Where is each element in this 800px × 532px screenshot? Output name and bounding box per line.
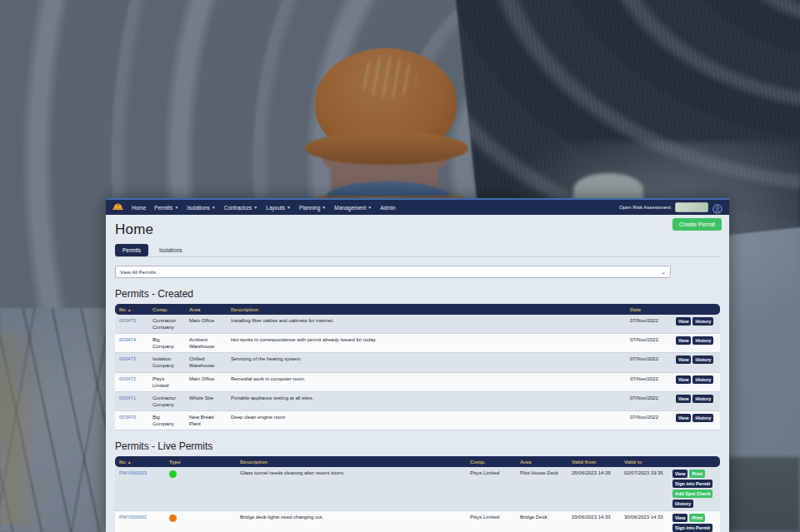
permit-area-cell: New Bread Plant: [185, 411, 227, 430]
chevron-down-icon: ▼: [322, 206, 326, 210]
history-button[interactable]: History: [692, 336, 713, 345]
nav-item-admin[interactable]: Admin: [380, 205, 395, 211]
status-dot-icon: [169, 470, 177, 478]
chevron-down-icon: ⌄: [661, 269, 666, 276]
permit-date-cell: 07/Nov/2022: [626, 353, 672, 365]
permit-actions-cell: ViewHistory: [672, 353, 720, 366]
nav-menu: Home Permits▼ Isolations▼ Contractors▼ L…: [112, 200, 396, 215]
permit-actions-cell: ViewHistory: [672, 373, 720, 386]
permit-number-link[interactable]: 003475: [119, 318, 136, 323]
view-button[interactable]: View: [676, 414, 691, 422]
create-permit-button[interactable]: Create Permit: [672, 218, 722, 231]
status-dot-icon: [169, 515, 177, 522]
permit-number-link[interactable]: 003471: [119, 395, 136, 400]
permit-number-link[interactable]: 003474: [119, 337, 136, 342]
view-filter-value: View All Permits: [120, 270, 156, 275]
permit-area-cell: Ambient Warehouse: [185, 334, 227, 352]
column-header-valid-from[interactable]: Valid from: [568, 460, 620, 465]
sort-asc-icon: ▲: [128, 307, 132, 312]
tab-permits[interactable]: Permits: [115, 244, 148, 256]
created-permit-row: 003471Contractor CompanyWhole SitePortab…: [115, 392, 720, 411]
permit-number-link[interactable]: 003472: [119, 376, 136, 381]
permit-type-cell: [165, 467, 236, 482]
nav-search-input[interactable]: [675, 202, 708, 212]
history-button[interactable]: History: [692, 375, 713, 384]
nav-item-permits[interactable]: Permits▼: [154, 205, 178, 211]
nav-item-home[interactable]: Home: [132, 205, 146, 211]
permit-description-cell: Remedial work in computer room.: [227, 373, 626, 385]
sign-into-permit-button[interactable]: Sign into Permit: [672, 524, 712, 532]
column-header-comp[interactable]: Comp.: [466, 460, 516, 465]
permit-area-cell: Main Office: [185, 315, 227, 326]
permit-number-link[interactable]: PMY000003: [119, 470, 147, 475]
view-button[interactable]: View: [676, 317, 691, 326]
user-account-icon[interactable]: [712, 202, 722, 212]
permit-date-cell: 07/Nov/2022: [626, 315, 672, 326]
created-permits-table-body: 003475Contractor CompanyMain OfficeInsta…: [115, 315, 720, 430]
column-header-valid-to[interactable]: Valid to: [620, 460, 668, 465]
page-content: Home Permits Isolations View All Permits…: [106, 215, 729, 532]
permit-actions-cell: ViewHistory: [672, 334, 720, 347]
permit-no-cell: 003472: [115, 373, 148, 385]
column-header-description[interactable]: Description: [236, 460, 466, 465]
nav-item-contractors[interactable]: Contractors▼: [224, 205, 258, 211]
view-button[interactable]: View: [672, 470, 688, 478]
permit-comp-cell: Isolation Company: [148, 353, 185, 371]
permit-no-cell: PMY000002: [115, 511, 165, 523]
permit-comp-cell: Pisys Limited: [466, 467, 516, 479]
nav-item-isolations[interactable]: Isolations▼: [187, 205, 215, 211]
nav-item-planning[interactable]: Planning▼: [299, 205, 326, 211]
permit-comp-cell: Pisys Limited: [148, 373, 185, 391]
permit-number-link[interactable]: 003470: [119, 415, 136, 420]
live-permits-table-header: No ▲ Type Description Comp. Area Valid f…: [115, 456, 720, 467]
live-permit-row: PMY000002Bridge deck lights need changin…: [115, 511, 720, 532]
view-button[interactable]: View: [676, 375, 691, 384]
history-button[interactable]: History: [692, 355, 713, 364]
print-button[interactable]: Print: [689, 470, 705, 478]
nav-item-layouts[interactable]: Layouts▼: [266, 205, 291, 211]
permit-date-cell: 07/Nov/2022: [626, 392, 672, 404]
chevron-down-icon: ▼: [212, 206, 216, 210]
open-risk-assessment-link[interactable]: Open Risk Assessment: [619, 205, 671, 210]
column-header-description[interactable]: Description: [227, 307, 626, 312]
history-button[interactable]: History: [672, 500, 693, 508]
permit-number-link[interactable]: PMY000002: [119, 515, 147, 520]
column-header-comp[interactable]: Comp.: [148, 307, 185, 312]
nav-item-management[interactable]: Management▼: [334, 205, 372, 211]
column-header-date[interactable]: Date: [626, 307, 672, 312]
nav-right: Open Risk Assessment: [619, 202, 722, 212]
created-permit-row: 003475Contractor CompanyMain OfficeInsta…: [115, 315, 720, 334]
permit-description-cell: Servicing of the heating system.: [227, 353, 626, 365]
permit-comp-cell: Big Company: [148, 334, 185, 352]
view-button[interactable]: View: [676, 336, 691, 345]
column-header-no[interactable]: No ▲: [115, 307, 148, 312]
permit-date-cell: 07/Nov/2022: [626, 334, 672, 346]
add-spot-check-button[interactable]: Add Spot Check: [672, 490, 712, 498]
column-header-area[interactable]: Area: [516, 460, 568, 465]
sign-into-permit-button[interactable]: Sign into Permit: [672, 480, 712, 488]
permit-description-cell: Portable appliance testing at all sites.: [227, 392, 626, 404]
view-button[interactable]: View: [676, 395, 691, 403]
history-button[interactable]: History: [692, 395, 713, 403]
permit-actions-cell: ViewHistory: [672, 392, 720, 405]
print-button[interactable]: Print: [689, 514, 705, 522]
history-button[interactable]: History: [692, 414, 713, 422]
column-header-no[interactable]: No ▲: [115, 460, 165, 465]
view-button[interactable]: View: [672, 514, 688, 522]
permit-comp-cell: Contractor Company: [148, 315, 185, 333]
permit-valid-to-cell: 30/06/2023 14:33: [620, 511, 668, 523]
permit-valid-to-cell: 02/07/2023 19:35: [620, 467, 668, 479]
column-header-type[interactable]: Type: [165, 460, 236, 465]
permit-number-link[interactable]: 003473: [119, 356, 136, 361]
view-button[interactable]: View: [676, 355, 691, 364]
view-filter-dropdown[interactable]: View All Permits ⌄: [115, 266, 671, 278]
created-permit-row: 003470Big CompanyNew Bread PlantDeep cle…: [115, 411, 720, 430]
permit-date-cell: 07/Nov/2022: [626, 373, 672, 385]
permit-valid-from-cell: 25/06/2023 14:35: [568, 467, 620, 479]
permit-comp-cell: Contractor Company: [148, 392, 185, 410]
column-header-area[interactable]: Area: [185, 307, 227, 312]
created-permit-row: 003473Isolation CompanyChilled Warehouse…: [115, 353, 720, 372]
tab-isolations[interactable]: Isolations: [152, 244, 189, 256]
created-permits-table-header: No ▲ Comp. Area Description Date: [115, 304, 720, 315]
history-button[interactable]: History: [692, 317, 713, 326]
